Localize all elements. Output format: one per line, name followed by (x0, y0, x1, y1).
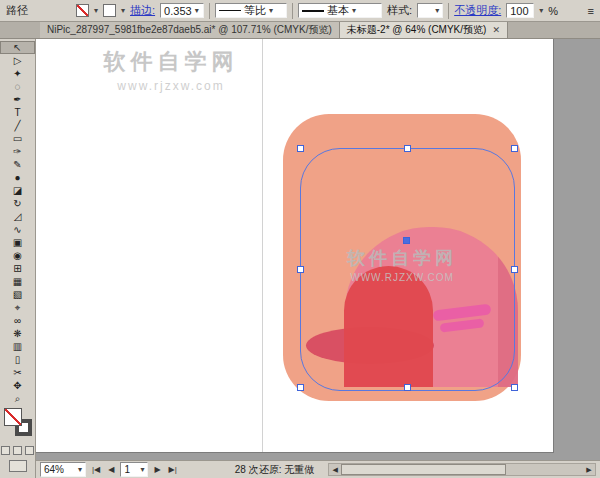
mesh-tool[interactable]: ▦ (0, 275, 35, 288)
width-tool[interactable]: ∿ (0, 223, 35, 236)
artboard-edge-line (262, 39, 263, 452)
brush-line-icon (302, 10, 324, 12)
stroke-caret-icon[interactable]: ▾ (121, 7, 125, 15)
stroke-panel-link[interactable]: 描边: (130, 3, 155, 18)
selection-handle-bottom-center[interactable] (404, 384, 411, 391)
opacity-field[interactable]: 100 (506, 3, 534, 18)
illustrator-window: 路径 ▾ ▾ 描边: 0.353 ▾ 等比 ▾ 基本 ▾ 样式: ▾ 不透明度:… (0, 0, 600, 478)
last-page-icon[interactable]: ▶| (167, 465, 179, 474)
perspective-grid-tool[interactable]: ⊞ (0, 262, 35, 275)
brush-caret-icon: ▾ (352, 7, 356, 15)
stroke-weight-value: 0.353 (164, 5, 192, 17)
gradient-tool[interactable]: ▧ (0, 288, 35, 301)
undo-status-text: 28 次还原: 无重做 (235, 463, 314, 477)
free-transform-tool[interactable]: ▣ (0, 236, 35, 249)
screen-mode-button[interactable] (9, 460, 27, 472)
control-bar: 路径 ▾ ▾ 描边: 0.353 ▾ 等比 ▾ 基本 ▾ 样式: ▾ 不透明度:… (0, 0, 600, 22)
symbol-sprayer-tool[interactable]: ❋ (0, 327, 35, 340)
fill-none-swatch[interactable] (4, 408, 22, 426)
eraser-tool[interactable]: ◪ (0, 184, 35, 197)
stroke-color-swatch[interactable] (103, 4, 116, 17)
opacity-caret-icon[interactable]: ▾ (539, 7, 543, 15)
selection-handle-bottom-right[interactable] (511, 384, 518, 391)
direct-selection-tool[interactable]: ▷ (0, 54, 35, 67)
profile-value: 等比 (244, 3, 266, 18)
magic-wand-tool[interactable]: ✦ (0, 67, 35, 80)
opacity-percent-label: % (548, 5, 558, 17)
profile-line-icon (219, 10, 241, 11)
fill-color-swatch[interactable] (76, 4, 89, 17)
shape-builder-tool[interactable]: ◉ (0, 249, 35, 262)
document-canvas: 软件自学网 www.rjzxw.com 软件自学网 WWW.RJZXW.COM (36, 39, 600, 460)
rectangle-tool[interactable]: ▭ (0, 132, 35, 145)
pencil-tool[interactable]: ✎ (0, 158, 35, 171)
prev-page-icon[interactable]: ◀ (106, 465, 116, 474)
selection-handle-top-left[interactable] (297, 145, 304, 152)
next-page-icon[interactable]: ▶ (152, 465, 162, 474)
zoom-caret-icon: ▾ (78, 466, 82, 474)
fill-caret-icon[interactable]: ▾ (94, 7, 98, 15)
stroke-weight-field[interactable]: 0.353 ▾ (160, 3, 204, 18)
first-page-icon[interactable]: |◀ (90, 465, 102, 474)
scroll-left-icon[interactable]: ◀ (329, 466, 341, 474)
tab-1-label: NiPic_287997_5981fbe2e87daeb5.ai* @ 107.… (47, 23, 332, 37)
column-graph-tool[interactable]: ▥ (0, 340, 35, 353)
selection-handle-top-center[interactable] (404, 145, 411, 152)
style-label: 样式: (387, 3, 412, 18)
brush-definition-dropdown[interactable]: 基本 ▾ (298, 3, 382, 18)
status-bar: 64% ▾ |◀ ◀ 1 ▾ ▶ ▶| 28 次还原: 无重做 ◀ ▶ (36, 460, 600, 478)
selection-handle-mid-left[interactable] (297, 266, 304, 273)
selection-handle-bottom-left[interactable] (297, 384, 304, 391)
slice-tool[interactable]: ✂ (0, 366, 35, 379)
stroke-weight-caret-icon: ▾ (195, 7, 199, 15)
scrollbar-thumb[interactable] (341, 464, 506, 475)
selection-type-label: 路径 (6, 3, 28, 18)
drawing-mode-buttons (0, 446, 35, 455)
selection-bounding-box (300, 148, 515, 391)
eyedropper-tool[interactable]: ⌖ (0, 301, 35, 314)
profile-caret-icon: ▾ (269, 7, 273, 15)
page-caret-icon: ▾ (140, 466, 144, 474)
blend-tool[interactable]: ∞ (0, 314, 35, 327)
opacity-value: 100 (510, 5, 528, 17)
horizontal-scrollbar[interactable]: ◀ ▶ (328, 463, 596, 476)
tab-2-label: 未标题-2* @ 64% (CMYK/预览) (347, 23, 487, 37)
scale-tool[interactable]: ◿ (0, 210, 35, 223)
zoom-tool[interactable]: ⌕ (0, 392, 35, 405)
pen-tool[interactable]: ✒ (0, 93, 35, 106)
selection-tool[interactable]: ↖ (0, 41, 35, 54)
panel-menu-icon[interactable]: ≡ (588, 5, 594, 17)
brush-value: 基本 (327, 3, 349, 18)
hand-tool[interactable]: ✥ (0, 379, 35, 392)
zoom-dropdown[interactable]: 64% ▾ (40, 462, 86, 477)
line-segment-tool[interactable]: ╱ (0, 119, 35, 132)
opacity-panel-link[interactable]: 不透明度: (454, 3, 501, 18)
selection-anchor-point[interactable] (403, 237, 410, 244)
document-tab-bar: NiPic_287997_5981fbe2e87daeb5.ai* @ 107.… (0, 22, 600, 39)
zoom-value: 64% (44, 464, 64, 475)
tab-document-2[interactable]: 未标题-2* @ 64% (CMYK/预览) ✕ (340, 22, 508, 38)
selection-handle-mid-right[interactable] (511, 266, 518, 273)
selection-handle-top-right[interactable] (511, 145, 518, 152)
fill-stroke-swatches (0, 407, 35, 441)
draw-inside-button[interactable] (25, 446, 34, 455)
tab-2-close-icon[interactable]: ✕ (492, 25, 500, 35)
paintbrush-tool[interactable]: ✑ (0, 145, 35, 158)
draw-normal-button[interactable] (1, 446, 10, 455)
artboard-tool[interactable]: ▯ (0, 353, 35, 366)
draw-behind-button[interactable] (13, 446, 22, 455)
rotate-tool[interactable]: ↻ (0, 197, 35, 210)
tab-document-1[interactable]: NiPic_287997_5981fbe2e87daeb5.ai* @ 107.… (40, 22, 340, 38)
lasso-tool[interactable]: ◌ (0, 80, 35, 93)
width-profile-dropdown[interactable]: 等比 ▾ (215, 3, 287, 18)
page-number-value: 1 (124, 464, 130, 475)
scroll-right-icon[interactable]: ▶ (583, 466, 595, 474)
style-caret-icon: ▾ (435, 7, 439, 15)
type-tool[interactable]: T (0, 106, 35, 119)
page-number-field[interactable]: 1 ▾ (120, 462, 148, 477)
tools-panel: ↖ ▷ ✦ ◌ ✒ T ╱ ▭ ✑ ✎ ● ◪ ↻ ◿ ∿ ▣ ◉ ⊞ ▦ ▧ … (0, 39, 36, 478)
blob-brush-tool[interactable]: ● (0, 171, 35, 184)
style-dropdown[interactable]: ▾ (417, 3, 443, 18)
